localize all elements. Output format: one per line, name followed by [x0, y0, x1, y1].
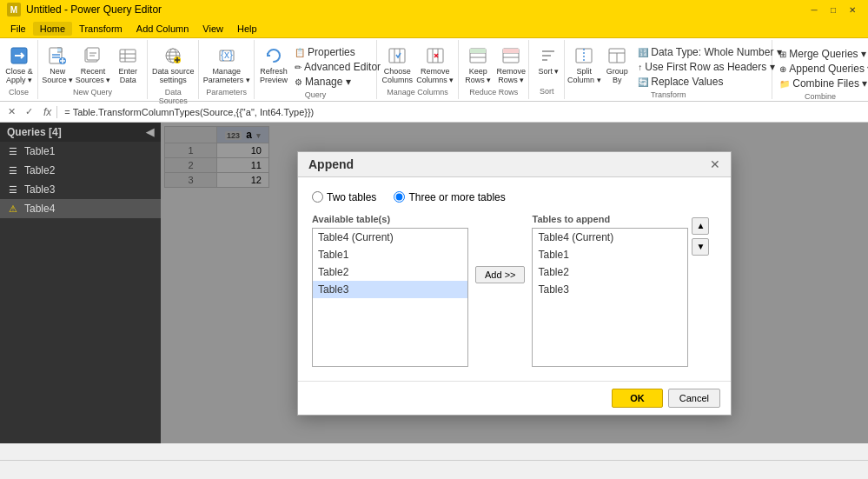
sort-icon — [538, 45, 559, 66]
append-queries-button[interactable]: ⊕ Append Queries ▾ — [776, 62, 868, 76]
available-item-3[interactable]: Table3 — [313, 281, 467, 298]
remove-rows-button[interactable]: Remove Rows ▾ — [495, 43, 527, 86]
sidebar-item-table2[interactable]: ☰ Table2 — [0, 161, 161, 180]
ribbon-group-transform-content: Split Column ▾ Group By 🔢 Data Type: Who… — [568, 42, 768, 90]
modal-body: Two tables Three or more tables Availabl… — [298, 177, 731, 381]
sidebar-item-table1[interactable]: ☰ Table1 — [0, 142, 161, 161]
append-item-0[interactable]: Table4 (Current) — [533, 229, 687, 246]
data-source-settings-button[interactable]: Data source settings — [151, 43, 195, 86]
app-icon: M — [7, 3, 21, 17]
advanced-editor-label: Advanced Editor — [304, 61, 381, 73]
append-queries-icon: ⊕ — [779, 64, 786, 74]
menu-view[interactable]: View — [195, 22, 230, 36]
app-title: Untitled - Power Query Editor — [26, 3, 805, 16]
available-tables-list[interactable]: Table4 (Current) Table1 Table2 Table3 — [312, 228, 468, 367]
properties-button[interactable]: 📋 Properties — [291, 45, 384, 59]
combine-files-button[interactable]: 📁 Combine Files ▾ — [776, 77, 868, 90]
remove-columns-icon — [425, 45, 446, 66]
move-up-button[interactable]: ▲ — [692, 217, 709, 235]
split-column-button[interactable]: Split Column ▾ — [568, 43, 600, 86]
minimize-button[interactable]: ─ — [805, 3, 823, 17]
formula-confirm-button[interactable]: ✓ — [21, 104, 36, 120]
remove-columns-label: Remove Columns ▾ — [416, 67, 454, 84]
table3-label: Table3 — [24, 183, 154, 196]
replace-values-icon: 🔄 — [638, 77, 648, 87]
modal-close-button[interactable]: ✕ — [710, 157, 720, 171]
modal-title: Append — [308, 157, 354, 171]
close-apply-label: Close & Apply ▾ — [5, 67, 33, 84]
manage-parameters-button[interactable]: {x} Manage Parameters ▾ — [202, 43, 250, 86]
manage-button[interactable]: ⚙ Manage ▾ — [291, 75, 384, 89]
status-bar — [0, 460, 868, 479]
merge-queries-label: Merge Queries ▾ — [789, 48, 866, 60]
recent-sources-icon — [83, 45, 103, 66]
close-button[interactable]: ✕ — [844, 3, 861, 17]
replace-values-button[interactable]: 🔄 Replace Values — [634, 75, 785, 89]
manage-icon: ⚙ — [295, 77, 302, 87]
table1-label: Table1 — [24, 145, 154, 157]
manage-parameters-label: Manage Parameters ▾ — [203, 67, 250, 84]
menu-home[interactable]: Home — [33, 22, 72, 36]
advanced-editor-button[interactable]: ✏ Advanced Editor — [291, 60, 384, 74]
two-tables-radio[interactable] — [312, 191, 323, 203]
menu-file[interactable]: File — [3, 22, 33, 36]
close-apply-button[interactable]: Close & Apply ▾ — [3, 43, 35, 86]
ok-button[interactable]: OK — [612, 389, 663, 408]
manage-label: Manage ▾ — [305, 76, 351, 88]
menu-help[interactable]: Help — [230, 22, 264, 36]
group-by-button[interactable]: Group By — [601, 43, 633, 86]
group-by-icon — [606, 45, 627, 66]
data-type-button[interactable]: 🔢 Data Type: Whole Number ▾ — [634, 45, 785, 59]
menu-add-column[interactable]: Add Column — [129, 22, 196, 36]
new-source-button[interactable]: New Source ▾ — [42, 43, 74, 86]
use-first-row-button[interactable]: ↑ Use First Row as Headers ▾ — [634, 60, 785, 74]
formula-cancel-button[interactable]: ✕ — [3, 104, 19, 120]
ribbon-group-new-query-content: New Source ▾ Recent Sources ▾ Enter Data — [42, 42, 143, 88]
ribbon-group-sort-content: Sort ▾ — [533, 42, 560, 87]
two-tables-radio-label[interactable]: Two tables — [312, 191, 376, 203]
cancel-button[interactable]: Cancel — [668, 389, 720, 408]
remove-columns-button[interactable]: Remove Columns ▾ — [415, 43, 454, 86]
available-item-1[interactable]: Table1 — [313, 246, 467, 263]
maximize-button[interactable]: □ — [825, 3, 842, 17]
sidebar-item-table3[interactable]: ☰ Table3 — [0, 180, 161, 199]
append-item-1[interactable]: Table1 — [533, 246, 687, 263]
append-item-3[interactable]: Table3 — [533, 281, 687, 298]
append-item-2[interactable]: Table2 — [533, 263, 687, 281]
ribbon-group-close: Close & Apply ▾ Close — [0, 40, 38, 99]
keep-rows-button[interactable]: Keep Rows ▾ — [462, 43, 494, 86]
remove-rows-icon — [500, 45, 521, 66]
ribbon-group-query-content: Refresh Preview 📋 Properties ✏ Advanced … — [258, 42, 373, 90]
move-down-button[interactable]: ▼ — [692, 238, 709, 256]
properties-icon: 📋 — [295, 48, 305, 57]
data-type-icon: 🔢 — [638, 48, 648, 57]
append-dialog: Append ✕ Two tables Three or more tables — [297, 151, 732, 416]
menu-transform[interactable]: Transform — [72, 22, 129, 36]
recent-sources-button[interactable]: Recent Sources ▾ — [76, 43, 110, 86]
available-item-0[interactable]: Table4 (Current) — [313, 229, 467, 246]
tables-to-append-box: Tables to append Table4 (Current) Table1… — [532, 214, 688, 367]
available-item-2[interactable]: Table2 — [313, 263, 467, 281]
table2-icon: ☰ — [7, 165, 19, 176]
use-first-row-icon: ↑ — [638, 63, 642, 72]
svg-text:{x}: {x} — [221, 49, 233, 61]
choose-columns-button[interactable]: Choose Columns — [381, 43, 414, 86]
tables-to-append-list[interactable]: Table4 (Current) Table1 Table2 Table3 — [532, 228, 688, 367]
merge-queries-button[interactable]: ⊞ Merge Queries ▾ — [776, 47, 868, 61]
sidebar-collapse-button[interactable]: ◀ — [146, 126, 154, 138]
tables-to-append-label: Tables to append — [532, 214, 688, 224]
title-bar: M Untitled - Power Query Editor ─ □ ✕ — [0, 0, 868, 19]
remove-rows-label: Remove Rows ▾ — [497, 67, 527, 84]
recent-sources-label: Recent Sources ▾ — [76, 67, 111, 84]
enter-data-button[interactable]: Enter Data — [112, 43, 143, 86]
add-button[interactable]: Add >> — [475, 266, 525, 283]
three-more-radio[interactable] — [394, 191, 405, 203]
split-column-icon — [573, 45, 594, 66]
three-more-radio-label[interactable]: Three or more tables — [394, 191, 505, 203]
sort-button[interactable]: Sort ▾ — [533, 43, 564, 77]
sidebar-item-table4[interactable]: ⚠ Table4 — [0, 199, 161, 218]
refresh-preview-button[interactable]: Refresh Preview — [258, 43, 289, 86]
data-type-label: Data Type: Whole Number ▾ — [651, 46, 782, 58]
ribbon-group-query: Refresh Preview 📋 Properties ✏ Advanced … — [255, 40, 377, 99]
formula-input[interactable] — [61, 107, 865, 117]
